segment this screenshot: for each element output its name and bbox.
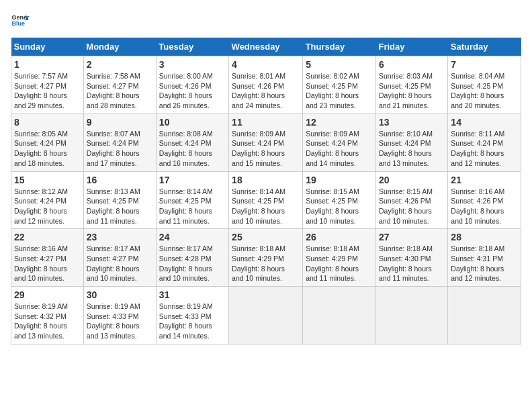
calendar-cell: 30Sunrise: 8:19 AM Sunset: 4:33 PM Dayli… [83,287,156,345]
day-number: 9 [87,117,153,128]
day-details: Sunrise: 8:19 AM Sunset: 4:33 PM Dayligh… [87,302,153,341]
day-number: 23 [87,232,153,242]
calendar-cell: 8Sunrise: 8:05 AM Sunset: 4:24 PM Daylig… [11,113,84,171]
day-details: Sunrise: 8:03 AM Sunset: 4:25 PM Dayligh… [379,71,445,111]
calendar-week-row: 29Sunrise: 8:19 AM Sunset: 4:32 PM Dayli… [11,287,521,345]
day-details: Sunrise: 8:18 AM Sunset: 4:29 PM Dayligh… [232,244,300,283]
day-number: 1 [14,59,81,70]
day-details: Sunrise: 8:07 AM Sunset: 4:24 PM Dayligh… [87,129,153,169]
calendar-cell: 7Sunrise: 8:04 AM Sunset: 4:25 PM Daylig… [448,56,521,114]
day-details: Sunrise: 8:15 AM Sunset: 4:26 PM Dayligh… [379,187,445,226]
day-details: Sunrise: 8:19 AM Sunset: 4:32 PM Dayligh… [14,302,81,341]
logo-icon: General Blue [11,11,30,30]
day-number: 16 [87,175,153,185]
calendar-cell [448,287,521,345]
calendar-cell: 17Sunrise: 8:14 AM Sunset: 4:25 PM Dayli… [156,171,228,229]
day-details: Sunrise: 8:12 AM Sunset: 4:24 PM Dayligh… [14,187,81,226]
day-number: 13 [379,117,445,128]
day-number: 5 [306,59,373,70]
calendar-cell: 20Sunrise: 8:15 AM Sunset: 4:26 PM Dayli… [375,171,447,229]
calendar-cell: 22Sunrise: 8:16 AM Sunset: 4:27 PM Dayli… [11,229,84,287]
day-number: 7 [451,59,518,70]
calendar-cell: 23Sunrise: 8:17 AM Sunset: 4:27 PM Dayli… [83,229,156,287]
calendar-cell: 4Sunrise: 8:01 AM Sunset: 4:26 PM Daylig… [229,56,303,114]
calendar-cell: 15Sunrise: 8:12 AM Sunset: 4:24 PM Dayli… [11,171,84,229]
day-number: 15 [14,175,81,185]
day-details: Sunrise: 8:15 AM Sunset: 4:25 PM Dayligh… [306,187,373,226]
logo: General Blue [11,11,32,30]
day-details: Sunrise: 8:02 AM Sunset: 4:25 PM Dayligh… [306,71,373,111]
day-header-wednesday: Wednesday [229,38,303,56]
day-details: Sunrise: 8:11 AM Sunset: 4:24 PM Dayligh… [451,129,518,169]
day-header-friday: Friday [375,38,447,56]
day-details: Sunrise: 8:16 AM Sunset: 4:27 PM Dayligh… [14,244,81,283]
calendar-cell [375,287,447,345]
day-details: Sunrise: 8:17 AM Sunset: 4:27 PM Dayligh… [87,244,153,283]
calendar-cell [229,287,303,345]
day-header-monday: Monday [83,38,156,56]
calendar-cell: 1Sunrise: 7:57 AM Sunset: 4:27 PM Daylig… [11,56,84,114]
day-number: 11 [232,117,300,128]
day-number: 10 [159,117,226,128]
day-details: Sunrise: 8:08 AM Sunset: 4:24 PM Dayligh… [159,129,226,169]
day-number: 3 [159,59,226,70]
calendar-cell: 24Sunrise: 8:17 AM Sunset: 4:28 PM Dayli… [156,229,228,287]
day-number: 12 [306,117,373,128]
day-number: 8 [14,117,81,128]
day-details: Sunrise: 8:18 AM Sunset: 4:30 PM Dayligh… [379,244,445,283]
day-details: Sunrise: 7:58 AM Sunset: 4:27 PM Dayligh… [87,71,153,111]
day-details: Sunrise: 8:09 AM Sunset: 4:24 PM Dayligh… [306,129,373,169]
calendar-week-row: 8Sunrise: 8:05 AM Sunset: 4:24 PM Daylig… [11,113,521,171]
day-details: Sunrise: 8:14 AM Sunset: 4:25 PM Dayligh… [159,187,226,226]
day-number: 27 [379,232,445,242]
day-details: Sunrise: 8:10 AM Sunset: 4:24 PM Dayligh… [379,129,445,169]
day-number: 26 [306,232,373,242]
day-header-sunday: Sunday [11,38,84,56]
page-header: General Blue [11,11,521,30]
day-number: 20 [379,175,445,185]
calendar-cell: 31Sunrise: 8:19 AM Sunset: 4:33 PM Dayli… [156,287,228,345]
calendar-week-row: 15Sunrise: 8:12 AM Sunset: 4:24 PM Dayli… [11,171,521,229]
day-details: Sunrise: 7:57 AM Sunset: 4:27 PM Dayligh… [14,71,81,111]
calendar-cell: 19Sunrise: 8:15 AM Sunset: 4:25 PM Dayli… [303,171,376,229]
day-number: 2 [87,59,153,70]
calendar-week-row: 1Sunrise: 7:57 AM Sunset: 4:27 PM Daylig… [11,56,521,114]
day-details: Sunrise: 8:09 AM Sunset: 4:24 PM Dayligh… [232,129,300,169]
day-header-saturday: Saturday [448,38,521,56]
day-details: Sunrise: 8:16 AM Sunset: 4:26 PM Dayligh… [451,187,518,226]
calendar-header-row: SundayMondayTuesdayWednesdayThursdayFrid… [11,38,521,56]
calendar-cell: 3Sunrise: 8:00 AM Sunset: 4:26 PM Daylig… [156,56,228,114]
calendar-cell: 27Sunrise: 8:18 AM Sunset: 4:30 PM Dayli… [375,229,447,287]
day-number: 4 [232,59,300,70]
day-details: Sunrise: 8:00 AM Sunset: 4:26 PM Dayligh… [159,71,226,111]
day-number: 29 [14,289,81,300]
calendar-cell: 21Sunrise: 8:16 AM Sunset: 4:26 PM Dayli… [448,171,521,229]
calendar-cell: 29Sunrise: 8:19 AM Sunset: 4:32 PM Dayli… [11,287,84,345]
calendar-cell: 28Sunrise: 8:18 AM Sunset: 4:31 PM Dayli… [448,229,521,287]
svg-text:Blue: Blue [11,20,25,27]
calendar-cell: 5Sunrise: 8:02 AM Sunset: 4:25 PM Daylig… [303,56,376,114]
day-details: Sunrise: 8:18 AM Sunset: 4:31 PM Dayligh… [451,244,518,283]
day-details: Sunrise: 8:13 AM Sunset: 4:25 PM Dayligh… [87,187,153,226]
day-number: 19 [306,175,373,185]
day-number: 14 [451,117,518,128]
day-details: Sunrise: 8:05 AM Sunset: 4:24 PM Dayligh… [14,129,81,169]
calendar-cell: 26Sunrise: 8:18 AM Sunset: 4:29 PM Dayli… [303,229,376,287]
day-number: 24 [159,232,226,242]
day-details: Sunrise: 8:18 AM Sunset: 4:29 PM Dayligh… [306,244,373,283]
calendar-cell: 11Sunrise: 8:09 AM Sunset: 4:24 PM Dayli… [229,113,303,171]
calendar-week-row: 22Sunrise: 8:16 AM Sunset: 4:27 PM Dayli… [11,229,521,287]
calendar-cell: 9Sunrise: 8:07 AM Sunset: 4:24 PM Daylig… [83,113,156,171]
day-number: 28 [451,232,518,242]
calendar-cell: 16Sunrise: 8:13 AM Sunset: 4:25 PM Dayli… [83,171,156,229]
day-number: 6 [379,59,445,70]
calendar-cell: 13Sunrise: 8:10 AM Sunset: 4:24 PM Dayli… [375,113,447,171]
calendar-cell: 18Sunrise: 8:14 AM Sunset: 4:25 PM Dayli… [229,171,303,229]
day-number: 21 [451,175,518,185]
day-details: Sunrise: 8:04 AM Sunset: 4:25 PM Dayligh… [451,71,518,111]
day-header-tuesday: Tuesday [156,38,228,56]
calendar-cell: 14Sunrise: 8:11 AM Sunset: 4:24 PM Dayli… [448,113,521,171]
day-details: Sunrise: 8:01 AM Sunset: 4:26 PM Dayligh… [232,71,300,111]
day-details: Sunrise: 8:19 AM Sunset: 4:33 PM Dayligh… [159,302,226,341]
day-number: 25 [232,232,300,242]
